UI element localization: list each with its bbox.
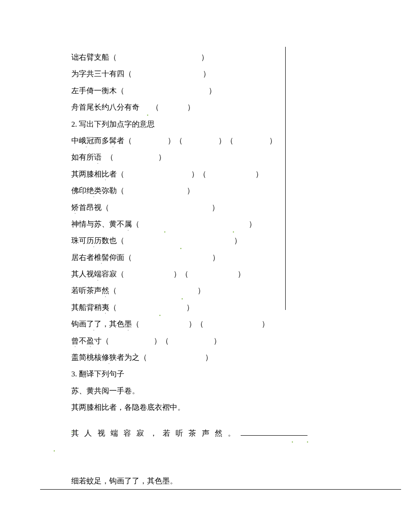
text: 其船背稍 — [71, 303, 102, 312]
text: ，其色 — [102, 320, 124, 328]
green-marker-icon — [307, 433, 309, 436]
vertical-divider — [285, 47, 286, 310]
text: 寸（ — [94, 337, 109, 345]
text: （ — [132, 320, 139, 328]
text-line: 诎右臂支船（ ） — [71, 49, 285, 66]
text-dotted: 椎髻 — [94, 253, 109, 262]
green-marker-icon — [181, 290, 184, 293]
green-marker-icon — [180, 240, 183, 243]
text: ） — [238, 270, 245, 278]
text: 如有所 — [71, 153, 94, 161]
text: 苏、黄共阅一手卷。 — [71, 387, 139, 395]
text: 容寂（ — [102, 270, 124, 278]
text: 为字共三十有四（ — [71, 70, 132, 78]
green-marker-icon — [147, 107, 150, 109]
text: ） — [187, 186, 194, 195]
text: （ — [152, 103, 159, 111]
text-dotted: 夷 — [102, 303, 109, 312]
text: ）（ — [168, 136, 183, 145]
green-marker-icon — [159, 307, 162, 309]
text: 细若蚊足，钩画了了，其色墨。 — [71, 477, 177, 485]
text: 3. 翻译下列句子 — [71, 370, 124, 378]
text-dotted: 修狭 — [102, 353, 117, 362]
question-heading: 3. 翻译下列句子 — [71, 366, 285, 382]
text-line: 矫首昂视（） — [71, 199, 285, 216]
spacer-line — [71, 441, 285, 473]
text-line: 其 人 视 端 容 寂 ， 若 听 茶 声 然 。 — [71, 425, 285, 441]
text-line: 中峨冠而多髯者（）（）（） — [71, 132, 285, 149]
text: （ — [109, 286, 117, 295]
text: ） — [187, 103, 195, 111]
text: ） — [203, 70, 210, 78]
text: ） — [205, 353, 213, 362]
text: （ — [109, 303, 117, 312]
text-line: 若听茶声然（） — [71, 282, 285, 299]
text: 数也（ — [102, 236, 124, 245]
text: （ — [132, 220, 139, 228]
text-line: 珠可历历数也（） — [71, 232, 285, 249]
text: 神情与苏、黄不 — [71, 220, 124, 228]
text: ） — [158, 153, 166, 161]
text: 钩画 — [71, 320, 86, 328]
text-line: 其两膝相比者（）（） — [71, 166, 285, 182]
text: 其人视 — [71, 270, 94, 278]
text-line: 如有所语（） — [71, 149, 285, 165]
text: 佛印 — [71, 186, 86, 195]
text-dotted: 然 — [102, 286, 109, 295]
text: 者（ — [109, 170, 124, 178]
text: 其两膝相比者，各隐卷底衣褶中。 — [71, 403, 185, 412]
text-dotted: 语 — [94, 153, 102, 161]
text: 中 — [71, 136, 79, 145]
text-dotted: 历历 — [86, 236, 102, 245]
text-dotted: 矫 — [71, 203, 79, 212]
text: ）（ — [173, 270, 189, 278]
green-marker-icon — [233, 223, 235, 226]
text-line: 居右者椎髻仰面（） — [71, 249, 285, 266]
text: ） — [249, 220, 256, 228]
page-container: 诎右臂支船（ ） 为字共三十有四（ ） 左手倚一衡木（ ） 舟首尾长约八分有奇 … — [0, 0, 410, 532]
text: 者（ — [117, 136, 132, 145]
text: ）（ — [189, 320, 204, 328]
document-body: 诎右臂支船（ ） 为字共三十有四（ ） 左手倚一衡木（ ） 舟首尾长约八分有奇 … — [71, 49, 285, 489]
text-dotted: 髯 — [109, 136, 117, 145]
spacer-line — [71, 416, 285, 425]
text-dotted: 峨冠 — [79, 136, 94, 145]
text-line: 为字共三十有四（ ） — [71, 66, 285, 82]
text: 盖简桃核 — [71, 353, 102, 362]
text: （ — [106, 153, 114, 161]
text: 不 — [79, 337, 86, 345]
text: ） — [212, 253, 220, 262]
text: ）（ — [191, 170, 206, 178]
text-line: 钩画了了，其色墨（）（） — [71, 316, 285, 332]
text: 舟首尾长约八分有奇 — [71, 103, 139, 111]
horizontal-rule — [40, 489, 401, 490]
text-dotted: 盈 — [86, 337, 94, 345]
text-line: 曾不盈寸（）（） — [71, 333, 285, 349]
text: ） — [255, 170, 263, 178]
text-dotted: 了了 — [86, 320, 102, 328]
text: ）（ — [218, 136, 234, 145]
text: 仰面（ — [109, 253, 132, 262]
text-line: 盖简桃核修狭者为之（） — [71, 349, 285, 366]
text: 左手倚一衡木（ — [71, 87, 124, 95]
text: 其 人 视 端 容 寂 ， 若 听 茶 声 然 。 — [71, 429, 237, 437]
text-line: 神情与苏、黄不属（） — [71, 216, 285, 232]
text: 珠可 — [71, 236, 86, 245]
green-marker-icon — [164, 223, 167, 226]
text-dotted: 属 — [124, 220, 132, 228]
text: 而多 — [94, 136, 109, 145]
text: 居右者 — [71, 253, 94, 262]
text: 首昂视（ — [79, 203, 109, 212]
text: 者为之（ — [117, 353, 147, 362]
text-line: 左手倚一衡木（ ） — [71, 82, 285, 99]
question-heading: 2. 写出下列加点字的意思 — [71, 116, 285, 132]
text-line: 其两膝相比者，各隐卷底衣褶中。 — [71, 399, 285, 416]
answer-blank — [241, 428, 308, 436]
green-marker-icon — [291, 433, 294, 436]
text-dotted: 端 — [94, 270, 102, 278]
text: ） — [262, 320, 269, 328]
text: ） — [213, 337, 221, 345]
text-line: 其船背稍夷（） — [71, 299, 285, 316]
text: 若听茶声 — [71, 286, 102, 295]
text: ） — [269, 136, 277, 145]
